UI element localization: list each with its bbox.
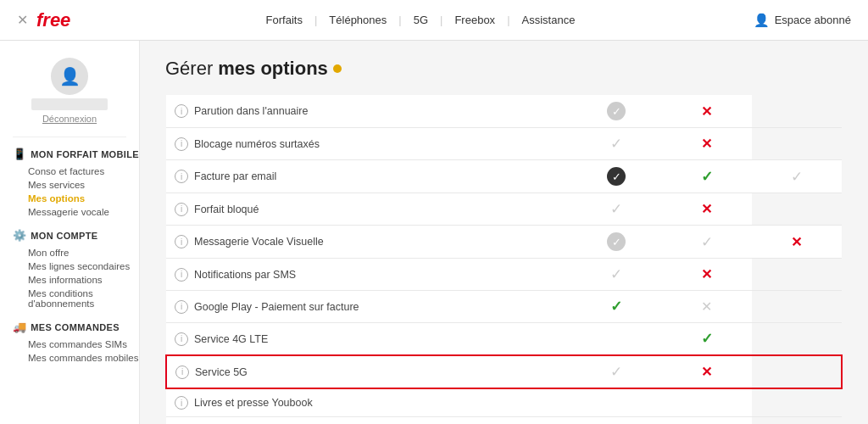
sidebar-section-title-forfait: 📱 MON FORFAIT MOBILE [13,148,139,160]
status-badge-gray: ✓ [607,232,626,251]
sidebar-link-offre[interactable]: Mon offre [13,246,139,259]
truck-icon: 🚚 [13,321,26,333]
info-icon[interactable]: i [175,300,188,314]
check-green-icon: ✓ [701,169,713,185]
espace-abonne-label: Espace abonné [775,14,851,26]
info-icon[interactable]: i [175,203,188,216]
table-row: i Blocage numéros surtaxés ✓ ✕ [166,128,842,160]
status-badge-gray: ✓ [607,102,626,120]
table-row: i Parution dans l'annuaire ✓ ✕ [166,95,842,128]
cross-red-icon[interactable]: ✕ [701,104,712,119]
nav-telephones[interactable]: Téléphones [322,14,393,26]
sidebar-link-services[interactable]: Mes services [13,178,139,192]
option-label: Service 5G [195,366,248,378]
page-title-prefix: Gérer [165,58,213,80]
info-icon[interactable]: i [175,396,188,410]
nav-sep-4: | [507,14,509,26]
check-gray-icon: ✓ [791,169,803,185]
sidebar-link-lignes[interactable]: Mes lignes secondaires [13,259,139,273]
top-nav: ✕ free Forfaits | Téléphones | 5G | Free… [0,0,868,41]
table-row: i Notifications par SMS ✓ ✕ [166,259,842,291]
table-row: i Livres et presse Youbook [166,388,842,417]
check-green-icon: ✓ [610,298,622,315]
sidebar-section-commandes: 🚚 MES COMMANDES Mes commandes SIMs Mes c… [13,321,139,365]
sidebar-section-title-compte: ⚙️ MON COMPTE [13,229,139,242]
option-label: Forfait bloqué [194,204,259,215]
option-label: Blocage numéros surtaxés [194,138,320,150]
user-area[interactable]: 👤 Espace abonné [754,13,851,28]
option-label: Google Play - Paiement sur facture [194,301,359,313]
sidebar-link-options[interactable]: Mes options [13,192,139,205]
option-label: Messagerie Vocale Visuelle [194,236,324,248]
table-row: i Forfait bloqué ✓ ✕ [166,193,842,226]
sidebar-section-forfait: 📱 MON FORFAIT MOBILE Conso et factures M… [13,148,139,219]
nav-5g[interactable]: 5G [407,14,435,26]
close-icon[interactable]: ✕ [17,12,28,28]
option-label: Facture par email [194,170,276,182]
check-gray-icon: ✓ [701,234,713,250]
deconnexion-link[interactable]: Déconnexion [42,114,97,124]
option-label: Parution dans l'annuaire [194,105,308,117]
check-gray-icon: ✓ [610,136,622,152]
cross-red-icon[interactable]: ✕ [791,235,802,249]
cross-red-icon[interactable]: ✕ [701,267,712,282]
nav-links: Forfaits | Téléphones | 5G | Freebox | A… [259,14,582,26]
nav-sep-1: | [314,14,317,26]
sidebar-link-conditions[interactable]: Mes conditions d'abonnements [13,287,139,310]
table-row-5g[interactable]: i Service 5G ✓ ✕ [166,355,842,388]
table-row: i Informations commerciales Free mobile … [166,417,842,425]
main-layout: 👤 Déconnexion 📱 MON FORFAIT MOBILE Conso… [0,41,868,424]
cross-gray-icon: ✕ [701,299,712,314]
sidebar-link-conso[interactable]: Conso et factures [13,165,139,178]
table-row: i Messagerie Vocale Visuelle ✓ ✓ ✕ [166,226,842,259]
check-gray-icon: ✓ [610,201,622,217]
page-title-dot [333,64,342,73]
user-icon: 👤 [754,13,770,28]
info-icon[interactable]: i [175,235,188,248]
page-title-bold: mes options [218,58,328,80]
sidebar: 👤 Déconnexion 📱 MON FORFAIT MOBILE Conso… [0,41,140,424]
table-row: i Google Play - Paiement sur facture ✓ ✕ [166,291,842,323]
main-content: Gérer mes options i Parution dans l'annu… [140,41,868,424]
nav-sep-2: | [398,14,401,26]
check-gray-icon: ✓ [610,266,622,282]
brand-logo: free [36,9,70,31]
info-icon[interactable]: i [175,268,188,282]
options-table: i Parution dans l'annuaire ✓ ✕ [165,95,843,424]
option-label: Livres et presse Youbook [194,397,313,409]
sidebar-link-commandes-sims[interactable]: Mes commandes SIMs [13,338,139,351]
mobile-icon: 📱 [13,148,26,160]
info-icon[interactable]: i [175,137,188,151]
cross-red-icon[interactable]: ✕ [701,137,712,151]
sidebar-link-commandes-mobiles[interactable]: Mes commandes mobiles [13,351,139,365]
info-icon[interactable]: i [175,104,188,118]
cross-red-icon[interactable]: ✕ [701,365,712,379]
table-row: i Service 4G LTE ✓ [166,323,842,356]
info-icon[interactable]: i [175,170,188,183]
option-label: Service 4G LTE [194,333,268,345]
check-green-icon: ✓ [701,331,713,347]
info-icon[interactable]: i [175,332,188,346]
nav-assistance[interactable]: Assistance [515,14,582,26]
status-badge-dark: ✓ [607,167,626,186]
user-name-placeholder [31,98,108,110]
nav-freebox[interactable]: Freebox [448,14,502,26]
sidebar-section-compte: ⚙️ MON COMPTE Mon offre Mes lignes secon… [13,229,139,310]
avatar: 👤 [51,58,88,95]
sidebar-section-title-commandes: 🚚 MES COMMANDES [13,321,139,333]
info-icon[interactable]: i [175,365,189,379]
nav-sep-3: | [440,14,442,26]
sidebar-link-informations[interactable]: Mes informations [13,273,139,287]
nav-forfaits[interactable]: Forfaits [259,14,309,26]
check-gray-icon: ✓ [610,364,622,380]
sidebar-user: 👤 Déconnexion [13,58,126,137]
option-label: Notifications par SMS [194,269,296,281]
gear-icon: ⚙️ [13,229,26,242]
cross-red-icon[interactable]: ✕ [701,202,712,216]
sidebar-link-messagerie[interactable]: Messagerie vocale [13,205,139,219]
page-title: Gérer mes options [165,58,843,80]
table-row: i Facture par email ✓ ✓ ✓ [166,160,842,193]
